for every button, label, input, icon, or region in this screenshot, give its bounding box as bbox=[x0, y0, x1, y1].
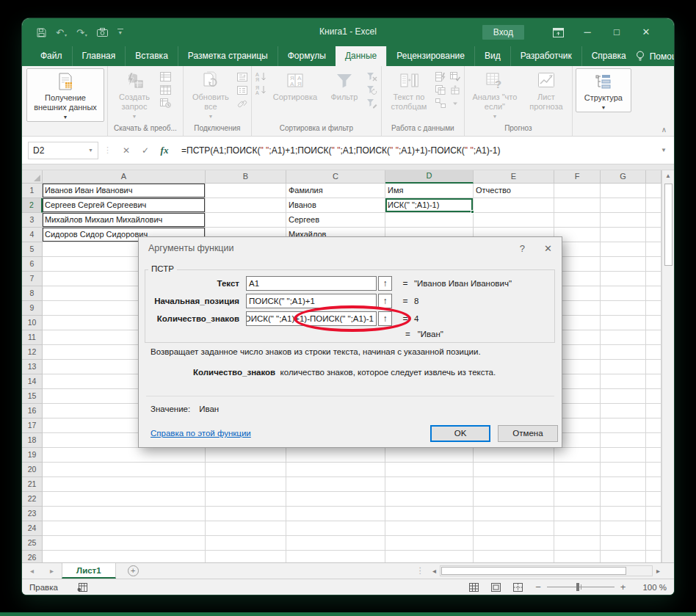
cell-G14[interactable] bbox=[601, 374, 646, 389]
customize-qat-icon[interactable]: ▾ bbox=[117, 29, 123, 36]
cell-A26[interactable] bbox=[43, 551, 206, 562]
cell-C23[interactable] bbox=[286, 507, 385, 521]
cell-B21[interactable] bbox=[206, 477, 286, 492]
cell-E1[interactable]: Отчество bbox=[474, 184, 554, 198]
column-header-D[interactable]: D bbox=[385, 170, 474, 184]
row-header-17[interactable]: 17 bbox=[22, 418, 43, 433]
function-help-link[interactable]: Справка по этой функции bbox=[151, 429, 251, 438]
page-break-view-icon[interactable] bbox=[513, 583, 523, 592]
row-header-14[interactable]: 14 bbox=[22, 374, 43, 389]
cell-F23[interactable] bbox=[554, 507, 601, 521]
what-if-button[interactable]: ? Анализ "что если" ▼ bbox=[468, 68, 522, 120]
cell-E21[interactable] bbox=[474, 477, 554, 492]
arg-start-input[interactable]: ПОИСК(" ";A1)+1 bbox=[246, 294, 377, 308]
cell-G24[interactable] bbox=[601, 521, 646, 536]
reapply-filter-icon[interactable] bbox=[366, 84, 378, 95]
new-query-button[interactable]: Создать запрос ▼ bbox=[111, 68, 158, 120]
clear-filter-icon[interactable] bbox=[366, 71, 378, 82]
column-header-G[interactable]: G bbox=[601, 170, 646, 184]
cell-A20[interactable] bbox=[43, 463, 206, 477]
cell-C3[interactable]: Сергеев bbox=[286, 213, 385, 228]
arg-numchars-input[interactable]: ПОИСК(" ";A1;ПОИСК(" ";A1)+1)-ПОИСК(" ";… bbox=[246, 311, 377, 326]
cell-F24[interactable] bbox=[554, 521, 601, 536]
cell-A21[interactable] bbox=[43, 477, 206, 492]
sort-descending-icon[interactable]: ЯА bbox=[255, 84, 267, 95]
select-all-corner[interactable] bbox=[22, 170, 43, 184]
cell-G7[interactable] bbox=[601, 272, 646, 286]
cell-A3[interactable]: Михайлов Михаил Михайлович bbox=[43, 213, 206, 228]
row-header-2[interactable]: 2 bbox=[22, 198, 43, 213]
cell-F21[interactable] bbox=[554, 477, 601, 492]
cell-D26[interactable] bbox=[385, 551, 474, 562]
cell-C22[interactable] bbox=[286, 492, 385, 507]
row-header-11[interactable]: 11 bbox=[22, 330, 43, 345]
cell-G8[interactable] bbox=[601, 286, 646, 301]
cell-F22[interactable] bbox=[554, 492, 601, 507]
connections-icon[interactable] bbox=[236, 71, 248, 82]
cell-A2[interactable]: Сергеев Сергей Сергеевич bbox=[43, 198, 206, 213]
row-header-13[interactable]: 13 bbox=[22, 360, 43, 374]
cell-G23[interactable] bbox=[601, 507, 646, 521]
filter-button[interactable]: Фильтр bbox=[324, 68, 365, 104]
row-header-12[interactable]: 12 bbox=[22, 345, 43, 360]
cell-G17[interactable] bbox=[601, 418, 646, 433]
consolidate-icon[interactable] bbox=[449, 84, 461, 95]
cell-F20[interactable] bbox=[554, 463, 601, 477]
sheet-tab[interactable]: Лист1 bbox=[62, 563, 116, 579]
cell-F26[interactable] bbox=[554, 551, 601, 562]
edit-links-icon[interactable] bbox=[236, 98, 248, 109]
row-header-18[interactable]: 18 bbox=[22, 433, 43, 448]
column-header-E[interactable]: E bbox=[474, 170, 554, 184]
relationships-icon[interactable] bbox=[435, 98, 446, 109]
cell-B2[interactable] bbox=[206, 198, 286, 213]
cell-C26[interactable] bbox=[286, 551, 385, 562]
dialog-close-icon[interactable]: ✕ bbox=[544, 243, 552, 254]
row-header-16[interactable]: 16 bbox=[22, 404, 43, 418]
tab-Справка[interactable]: Справка bbox=[581, 46, 636, 66]
expand-formula-bar-icon[interactable]: ▼ bbox=[653, 147, 674, 153]
row-header-26[interactable]: 26 bbox=[22, 551, 43, 562]
row-header-1[interactable]: 1 bbox=[22, 184, 43, 198]
tab-Вставка[interactable]: Вставка bbox=[125, 46, 178, 66]
tab-Формулы[interactable]: Формулы bbox=[278, 46, 336, 66]
column-header-C[interactable]: C bbox=[286, 170, 385, 184]
zoom-slider[interactable]: − + bbox=[535, 581, 626, 593]
dialog-title-bar[interactable]: Аргументы функции ? ✕ bbox=[139, 237, 562, 259]
collapse-dialog-icon[interactable]: ↑ bbox=[378, 294, 392, 308]
cell-G20[interactable] bbox=[601, 463, 646, 477]
sort-ascending-icon[interactable]: АЯ bbox=[255, 71, 267, 82]
data-tools-caret[interactable] bbox=[449, 98, 461, 109]
show-queries-icon[interactable] bbox=[159, 71, 171, 82]
normal-view-icon[interactable] bbox=[469, 583, 479, 592]
refresh-all-button[interactable]: Обновить все ▼ bbox=[186, 68, 235, 120]
close-button[interactable]: ✕ bbox=[631, 18, 661, 46]
cell-G5[interactable] bbox=[601, 242, 646, 257]
cell-F19[interactable] bbox=[554, 448, 601, 463]
cell-G18[interactable] bbox=[601, 433, 646, 448]
collapse-dialog-icon[interactable]: ↑ bbox=[378, 311, 392, 326]
row-header-21[interactable]: 21 bbox=[22, 477, 43, 492]
cell-C24[interactable] bbox=[286, 521, 385, 536]
zoom-in-icon[interactable]: + bbox=[620, 581, 626, 593]
name-box[interactable]: D2 ▼ bbox=[28, 142, 98, 159]
tab-Данные[interactable]: Данные bbox=[336, 46, 386, 66]
cell-E23[interactable] bbox=[474, 507, 554, 521]
tell-me-button[interactable]: Помощн bbox=[636, 51, 674, 62]
cancel-entry-icon[interactable]: ✕ bbox=[117, 145, 136, 156]
from-table-icon[interactable] bbox=[159, 84, 171, 95]
minimize-button[interactable]: ─ bbox=[573, 18, 602, 46]
row-header-25[interactable]: 25 bbox=[22, 536, 43, 551]
cell-F25[interactable] bbox=[554, 536, 601, 551]
cell-A22[interactable] bbox=[43, 492, 206, 507]
row-header-6[interactable]: 6 bbox=[22, 257, 43, 272]
cell-C25[interactable] bbox=[286, 536, 385, 551]
page-layout-view-icon[interactable] bbox=[491, 583, 501, 592]
cell-G21[interactable] bbox=[601, 477, 646, 492]
forecast-sheet-button[interactable]: Лист прогноза bbox=[523, 68, 569, 113]
name-box-caret[interactable]: ▼ bbox=[88, 148, 93, 153]
tab-Разметка страницы[interactable]: Разметка страницы bbox=[178, 46, 278, 66]
vertical-scroll-thumb[interactable] bbox=[664, 184, 673, 266]
cell-G22[interactable] bbox=[601, 492, 646, 507]
formula-input[interactable]: =ПСТР(A1;ПОИСК(" ";A1)+1;ПОИСК(" ";A1;ПО… bbox=[174, 145, 653, 156]
zoom-thumb[interactable] bbox=[576, 583, 579, 591]
